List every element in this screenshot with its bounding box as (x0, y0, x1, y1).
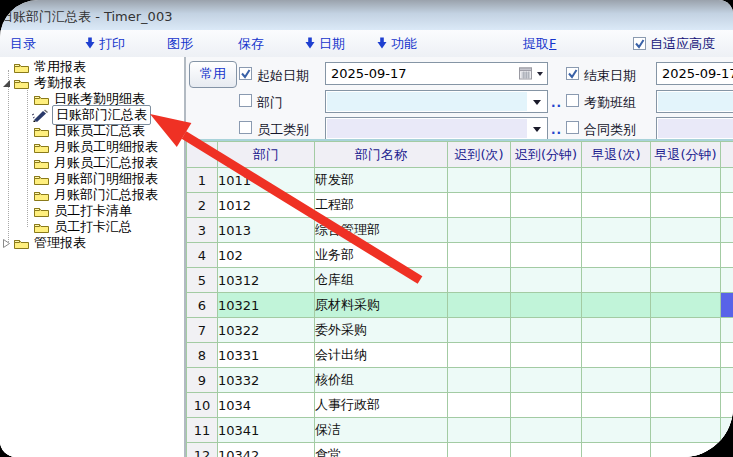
tree-connector (8, 70, 9, 242)
table-row[interactable]: 810331 会计出纳 (187, 343, 733, 368)
table-row[interactable]: 1210342 食堂 (187, 443, 733, 457)
table-row[interactable]: 31013 综合管理部 (187, 218, 733, 243)
folder-icon (33, 93, 50, 106)
sidebar-item-punch-list[interactable]: 员工打卡清单 (33, 203, 132, 219)
checkbox-checked-icon[interactable] (633, 37, 646, 50)
combo-value-area (658, 119, 733, 138)
folder-icon (33, 189, 50, 202)
start-date-checkbox[interactable] (239, 67, 252, 80)
table-row[interactable]: 1110341 保洁 (187, 418, 733, 443)
menu-item-date[interactable]: 日期 (319, 30, 345, 57)
folder-icon (13, 61, 30, 74)
grid-header-row: 部门 部门名称 迟到(次) 迟到(分钟) 早退(次) 早退(分钟) (187, 142, 733, 168)
calendar-icon[interactable] (519, 67, 532, 80)
sidebar-item-management-reports[interactable]: 管理报表 (2, 235, 86, 251)
sidebar-item-monthly-dept-detail[interactable]: 月账部门明细报表 (33, 171, 158, 187)
chevron-down-icon[interactable] (537, 72, 543, 76)
menu-item-extract[interactable]: 提取F (523, 30, 556, 57)
table-row[interactable]: 21012 工程部 (187, 193, 733, 218)
down-arrow-icon (377, 37, 387, 49)
contract-type-checkbox[interactable] (566, 121, 579, 134)
column-header-early-times[interactable]: 早退(次) (582, 142, 651, 168)
app-window: 日账部门汇总表 - Timer_003 目录 打印 图形 保存 日期 功能 提取… (0, 0, 733, 457)
sidebar-item-daily-employee-summary[interactable]: 日账员工汇总表 (33, 123, 145, 139)
sidebar-item-common-reports[interactable]: 常用报表 (13, 59, 86, 75)
table-row[interactable]: 510312 仓库组 (187, 268, 733, 293)
link-dots: .. (551, 123, 562, 137)
link-dots: .. (551, 96, 562, 110)
column-header-late-minutes[interactable]: 迟到(分钟) (511, 142, 582, 168)
menu-item-graph[interactable]: 图形 (167, 30, 193, 57)
pen-writing-icon (31, 109, 50, 122)
report-grid: 部门 部门名称 迟到(次) 迟到(分钟) 早退(次) 早退(分钟) 11011 … (186, 139, 733, 457)
down-arrow-icon (85, 37, 95, 49)
chevron-down-icon[interactable] (533, 127, 541, 132)
sidebar-item-punch-summary[interactable]: 员工打卡汇总 (33, 219, 132, 235)
table-row[interactable]: 910332 核价组 (187, 368, 733, 393)
combo-value-area (327, 92, 527, 111)
combo-value-area (658, 92, 733, 111)
tree-connector (27, 88, 28, 227)
department-combobox[interactable] (325, 90, 548, 113)
column-header-dept-code[interactable]: 部门 (218, 142, 315, 168)
folder-icon (13, 77, 30, 90)
shift-group-combobox[interactable] (656, 90, 733, 113)
department-checkbox[interactable] (239, 94, 252, 107)
employee-type-checkbox[interactable] (239, 121, 252, 134)
down-arrow-icon (305, 37, 315, 49)
folder-icon (33, 125, 50, 138)
sidebar-item-monthly-dept-summary[interactable]: 月账部门汇总报表 (33, 187, 158, 203)
window-title: 日账部门汇总表 - Timer_003 (0, 8, 172, 26)
column-header-dept-name[interactable]: 部门名称 (315, 142, 448, 168)
end-date-input[interactable]: 2025-09-17 (656, 62, 733, 85)
row-number-header (187, 142, 218, 168)
table-row[interactable]: 710322 委外采购 (187, 318, 733, 343)
end-date-label: 结束日期 (584, 67, 636, 85)
tree-expanded-icon[interactable] (2, 79, 11, 88)
folder-icon (33, 157, 50, 170)
table-row[interactable]: 101034 人事行政部 (187, 393, 733, 418)
start-date-label: 起始日期 (257, 67, 309, 85)
menu-item-print[interactable]: 打印 (99, 30, 125, 57)
auto-height-toggle[interactable]: 自适应高度 (633, 30, 715, 57)
column-header-late-times[interactable]: 迟到(次) (448, 142, 511, 168)
column-header-partial (721, 142, 733, 168)
end-date-checkbox[interactable] (566, 67, 579, 80)
sidebar-item-daily-dept-summary[interactable]: 日账部门汇总表 (31, 107, 151, 123)
start-date-input[interactable]: 2025-09-17 (325, 62, 548, 85)
tree-collapsed-icon[interactable] (2, 238, 11, 249)
auto-height-label: 自适应高度 (650, 35, 715, 53)
folder-icon (33, 141, 50, 154)
table-row[interactable]: 4102 业务部 (187, 243, 733, 268)
menu-item-save[interactable]: 保存 (238, 30, 264, 57)
table-row[interactable]: 11011 研发部 (187, 168, 733, 193)
common-button[interactable]: 常用 (189, 61, 237, 88)
contract-type-combobox[interactable] (656, 117, 733, 140)
title-bar: 日账部门汇总表 - Timer_003 (0, 0, 733, 31)
column-header-early-minutes[interactable]: 早退(分钟) (651, 142, 721, 168)
folder-icon (33, 221, 50, 234)
contract-type-label: 合同类别 (584, 121, 636, 139)
sidebar-item-monthly-employee-detail[interactable]: 月账员工明细报表 (33, 139, 158, 155)
sidebar-item-monthly-employee-summary[interactable]: 月账员工汇总报表 (33, 155, 158, 171)
employee-type-combobox[interactable] (325, 117, 548, 140)
shift-group-checkbox[interactable] (566, 94, 579, 107)
focused-cell[interactable] (721, 293, 733, 318)
combo-value-area (327, 119, 527, 138)
menu-item-function[interactable]: 功能 (391, 30, 417, 57)
folder-icon (33, 173, 50, 186)
employee-type-label: 员工类别 (257, 121, 309, 139)
folder-icon (33, 205, 50, 218)
folder-icon (13, 237, 30, 250)
table-row-selected[interactable]: 610321 原材料采购 (187, 293, 733, 318)
department-label: 部门 (257, 94, 283, 112)
chevron-down-icon[interactable] (533, 100, 541, 105)
sidebar-item-attendance-reports[interactable]: 考勤报表 (2, 75, 86, 91)
shift-group-label: 考勤班组 (584, 94, 636, 112)
menu-item-catalog[interactable]: 目录 (10, 30, 36, 57)
